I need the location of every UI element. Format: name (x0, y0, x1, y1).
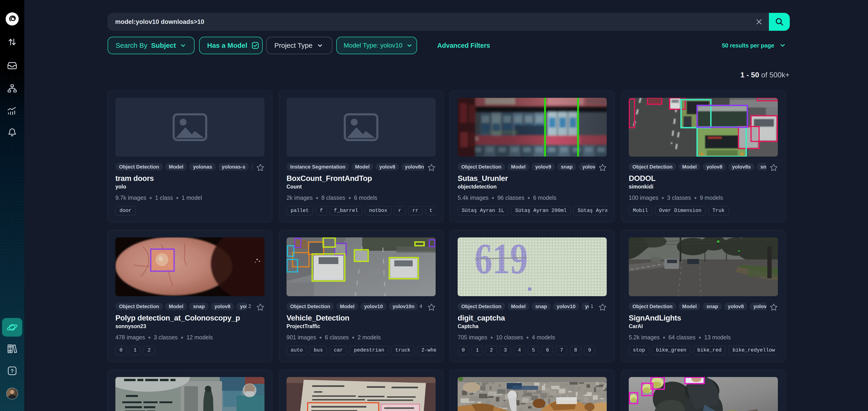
svg-text:?: ? (10, 368, 13, 374)
